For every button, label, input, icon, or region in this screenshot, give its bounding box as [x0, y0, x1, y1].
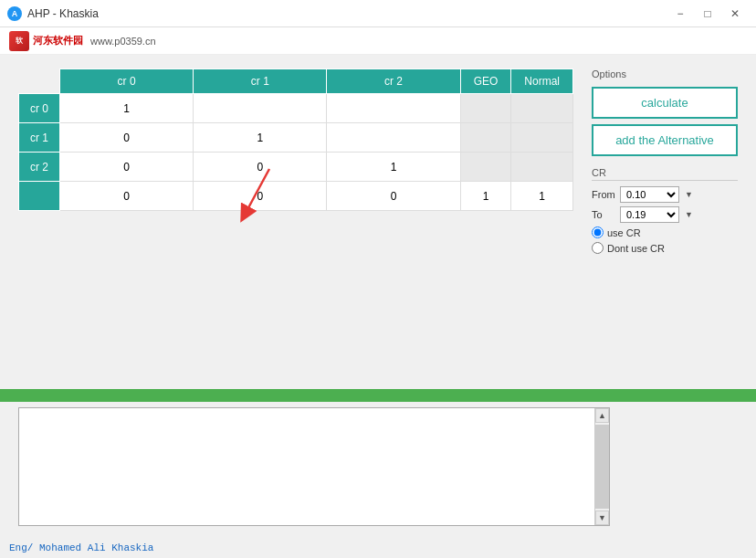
- cell-2-normal: [511, 153, 573, 182]
- cell-0-1[interactable]: [194, 94, 327, 123]
- app-icon: A: [7, 6, 22, 21]
- logo-icon: 软: [9, 31, 29, 51]
- dont-use-cr-label: Dont use CR: [607, 243, 665, 254]
- table-row: cr 0: [19, 94, 573, 123]
- cell-2-1[interactable]: [194, 153, 327, 182]
- use-cr-radio[interactable]: [592, 226, 604, 238]
- cr-to-label: To: [592, 209, 614, 220]
- cell-1-geo: [460, 123, 511, 153]
- scroll-up-arrow[interactable]: ▲: [595, 408, 609, 423]
- corner-header: [19, 69, 60, 94]
- cell-2-geo: [460, 153, 511, 182]
- input-3-0[interactable]: [60, 182, 193, 210]
- col-header-cr2: cr 2: [327, 69, 460, 94]
- progress-bar-container: [0, 389, 756, 402]
- col-header-normal: Normal: [511, 69, 573, 94]
- cr-from-select[interactable]: 0.10 0.11 0.12: [620, 186, 679, 203]
- cell-2-2[interactable]: [327, 153, 460, 182]
- row-header-cr2: cr 2: [19, 153, 60, 182]
- cell-1-1[interactable]: [194, 123, 327, 153]
- table-row: cr 1: [19, 123, 573, 153]
- cr-to-select[interactable]: 0.19 0.20 0.21: [620, 206, 679, 223]
- input-1-0[interactable]: [60, 123, 193, 152]
- scroll-thumb[interactable]: [595, 425, 609, 509]
- cr-from-label: From: [592, 189, 614, 200]
- input-2-1[interactable]: [194, 153, 326, 181]
- cell-1-2[interactable]: [327, 123, 460, 153]
- col-header-geo: GEO: [460, 69, 511, 94]
- add-alternative-button[interactable]: add the Alternative: [592, 124, 738, 156]
- cell-0-2[interactable]: [327, 94, 460, 123]
- table-area: cr 0 cr 1 cr 2 GEO Normal cr 0: [18, 68, 573, 375]
- input-0-2[interactable]: [327, 94, 459, 122]
- input-3-1[interactable]: [194, 182, 326, 210]
- ahp-table: cr 0 cr 1 cr 2 GEO Normal cr 0: [18, 68, 573, 211]
- input-0-0[interactable]: [60, 94, 193, 122]
- cell-1-0[interactable]: [60, 123, 194, 153]
- watermark-text: 河东软件园: [33, 34, 83, 47]
- minimize-button[interactable]: −: [667, 0, 694, 27]
- cell-2-0[interactable]: [60, 153, 194, 182]
- cell-0-0[interactable]: [60, 94, 194, 123]
- scrollbar-vertical[interactable]: ▲ ▼: [594, 408, 609, 525]
- use-cr-row: use CR: [592, 226, 738, 238]
- col-header-cr0: cr 0: [60, 69, 194, 94]
- watermark-logo: 软 河东软件园 www.p0359.cn: [9, 31, 156, 51]
- dont-use-cr-row: Dont use CR: [592, 242, 738, 254]
- cell-1-normal: [511, 123, 573, 153]
- cr-section: CR From 0.10 0.11 0.12 ▼ To 0.19 0.20 0.…: [592, 167, 738, 254]
- close-button[interactable]: ✕: [721, 0, 749, 27]
- output-textarea[interactable]: [19, 408, 594, 525]
- input-2-2[interactable]: [327, 153, 459, 181]
- title-bar-left: A AHP - Khaskia: [7, 6, 99, 21]
- cell-0-geo: [460, 94, 511, 123]
- options-panel: Options calculate add the Alternative CR…: [592, 68, 738, 375]
- calculate-button[interactable]: calculate: [592, 87, 738, 119]
- input-1-1[interactable]: [194, 123, 326, 152]
- title-bar-title: AHP - Khaskia: [27, 7, 99, 20]
- to-dropdown-icon: ▼: [685, 210, 693, 219]
- cell-3-geo: 1: [460, 182, 511, 211]
- input-3-2[interactable]: [327, 182, 459, 210]
- cell-3-2[interactable]: [327, 182, 460, 211]
- row-header-empty: [19, 182, 60, 211]
- maximize-button[interactable]: □: [694, 0, 721, 27]
- cell-0-normal: [511, 94, 573, 123]
- table-row: 1 1: [19, 182, 573, 211]
- dont-use-cr-radio[interactable]: [592, 242, 604, 254]
- row-header-cr1: cr 1: [19, 123, 60, 153]
- input-0-1[interactable]: [194, 94, 326, 122]
- cr-from-row: From 0.10 0.11 0.12 ▼: [592, 186, 738, 203]
- from-dropdown-icon: ▼: [685, 190, 693, 199]
- watermark-url: www.p0359.cn: [90, 36, 156, 47]
- footer: Eng/ Mohamed Ali Khaskia: [9, 541, 153, 553]
- input-1-2[interactable]: [327, 123, 459, 152]
- cell-3-normal: 1: [511, 182, 573, 211]
- row-header-cr0: cr 0: [19, 94, 60, 123]
- input-2-0[interactable]: [60, 153, 193, 181]
- scroll-down-arrow[interactable]: ▼: [595, 511, 609, 525]
- output-area: ▲ ▼: [18, 407, 610, 526]
- progress-bar: [0, 389, 756, 402]
- table-row: cr 2: [19, 153, 573, 182]
- footer-link[interactable]: Eng/ Mohamed Ali Khaskia: [9, 542, 153, 553]
- cr-to-row: To 0.19 0.20 0.21 ▼: [592, 206, 738, 223]
- main-content: cr 0 cr 1 cr 2 GEO Normal cr 0: [0, 55, 756, 389]
- cell-3-0[interactable]: [60, 182, 194, 211]
- use-cr-label: use CR: [607, 227, 641, 238]
- title-bar: A AHP - Khaskia − □ ✕: [0, 0, 756, 27]
- window-controls: − □ ✕: [667, 0, 749, 27]
- col-header-cr1: cr 1: [194, 69, 327, 94]
- cell-3-1[interactable]: [194, 182, 327, 211]
- options-label: Options: [592, 68, 738, 79]
- cr-label: CR: [592, 167, 738, 181]
- watermark-bar: 软 河东软件园 www.p0359.cn: [0, 27, 756, 55]
